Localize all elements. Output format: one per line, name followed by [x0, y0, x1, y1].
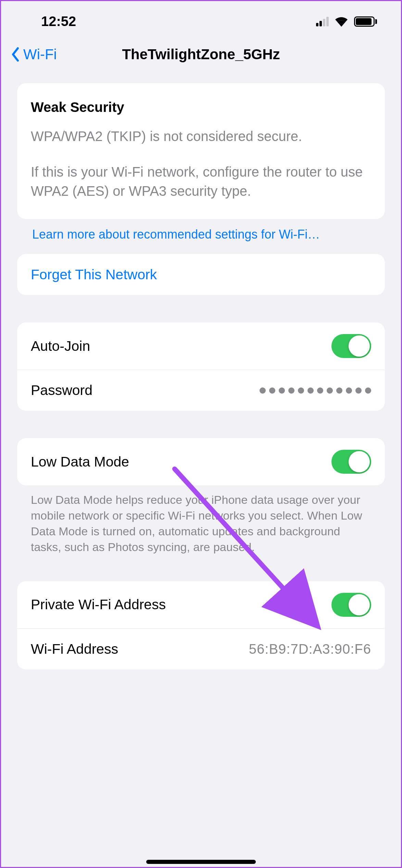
- svg-line-1: [175, 469, 312, 620]
- wifi-address-label: Wi-Fi Address: [31, 641, 118, 657]
- chevron-left-icon: [10, 47, 21, 62]
- status-right: [316, 16, 378, 27]
- security-line1: WPA/WPA2 (TKIP) is not considered secure…: [31, 127, 371, 146]
- auto-join-toggle[interactable]: [331, 334, 371, 358]
- home-indicator[interactable]: [146, 860, 256, 864]
- password-value: [260, 387, 371, 394]
- nav-bar: Wi-Fi TheTwilightZone_5GHz: [0, 36, 402, 83]
- password-label: Password: [31, 382, 92, 398]
- forget-network-card: Forget This Network: [17, 254, 385, 295]
- private-wifi-label: Private Wi-Fi Address: [31, 597, 166, 613]
- forget-network-button[interactable]: Forget This Network: [17, 254, 385, 295]
- security-line2: If this is your Wi-Fi network, configure…: [31, 162, 371, 201]
- status-bar: 12:52: [0, 0, 402, 36]
- wifi-icon: [334, 16, 349, 27]
- forget-network-label: Forget This Network: [31, 267, 157, 283]
- password-row[interactable]: Password: [17, 370, 385, 411]
- wifi-address-value: 56:B9:7D:A3:90:F6: [249, 641, 371, 657]
- weak-security-body: WPA/WPA2 (TKIP) is not considered secure…: [31, 127, 371, 201]
- battery-icon: [354, 16, 378, 27]
- connection-card: Auto-Join Password: [17, 322, 385, 411]
- weak-security-title: Weak Security: [31, 100, 371, 115]
- back-button[interactable]: Wi-Fi: [10, 46, 57, 63]
- low-data-label: Low Data Mode: [31, 454, 129, 470]
- annotation-arrow-icon: [168, 462, 339, 643]
- weak-security-card: Weak Security WPA/WPA2 (TKIP) is not con…: [17, 83, 385, 219]
- auto-join-row: Auto-Join: [17, 322, 385, 370]
- status-time: 12:52: [41, 14, 76, 29]
- page-title: TheTwilightZone_5GHz: [122, 46, 280, 63]
- auto-join-label: Auto-Join: [31, 338, 90, 354]
- cell-signal-icon: [316, 17, 329, 26]
- learn-more-link[interactable]: Learn more about recommended settings fo…: [17, 219, 385, 254]
- back-label: Wi-Fi: [23, 46, 57, 63]
